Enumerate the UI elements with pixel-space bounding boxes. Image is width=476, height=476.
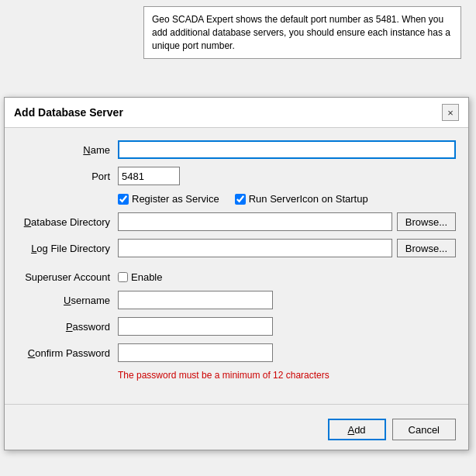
tooltip-popup: Geo SCADA Expert shows the default port … <box>143 6 461 59</box>
log-file-directory-label: Log File Directory <box>17 243 118 254</box>
superuser-enable-checkbox[interactable] <box>118 272 128 282</box>
password-label: Password <box>17 321 118 333</box>
superuser-account-label: Superuser Account <box>17 271 118 283</box>
username-row: Username <box>17 291 456 309</box>
register-service-label[interactable]: Register as Service <box>118 193 219 205</box>
cancel-button[interactable]: Cancel <box>392 419 456 440</box>
log-file-directory-input[interactable] <box>118 239 392 257</box>
password-warning: The password must be a minimum of 12 cha… <box>118 370 456 381</box>
dialog-title-bar: Add Database Server × <box>5 98 468 128</box>
database-directory-browse-button[interactable]: Browse... <box>397 212 456 231</box>
dialog-title: Add Database Server <box>14 106 123 119</box>
username-label: Username <box>17 295 118 306</box>
database-directory-label: Database Directory <box>17 216 118 228</box>
name-input[interactable] <box>118 140 456 159</box>
port-row: Port <box>17 167 456 185</box>
add-database-server-dialog: Add Database Server × Name Port Register… <box>4 97 469 450</box>
register-service-text: Register as Service <box>132 193 219 205</box>
add-button[interactable]: Add <box>328 419 386 440</box>
checkboxes-row: Register as Service Run ServerIcon on St… <box>118 193 456 205</box>
dialog-body: Name Port Register as Service Run Server… <box>5 128 468 396</box>
port-input[interactable] <box>118 167 180 185</box>
database-directory-row: Database Directory Browse... <box>17 212 456 231</box>
run-servericon-text: Run ServerIcon on Startup <box>249 193 368 205</box>
confirm-password-label: Confirm Password <box>17 347 118 359</box>
password-row: Password <box>17 317 456 336</box>
tooltip-text: Geo SCADA Expert shows the default port … <box>152 14 450 51</box>
name-label: Name <box>17 144 118 156</box>
superuser-account-row: Superuser Account Enable <box>17 271 456 283</box>
close-button[interactable]: × <box>442 104 459 121</box>
confirm-password-input[interactable] <box>118 343 273 362</box>
confirm-password-row: Confirm Password <box>17 343 456 362</box>
name-row: Name <box>17 140 456 159</box>
password-input[interactable] <box>118 317 273 336</box>
button-row: Add Cancel <box>5 412 468 450</box>
add-button-label: Add <box>347 424 365 436</box>
dialog-divider <box>5 404 468 405</box>
username-input[interactable] <box>118 291 273 309</box>
run-servericon-label[interactable]: Run ServerIcon on Startup <box>235 193 368 205</box>
database-directory-input[interactable] <box>118 212 392 231</box>
register-service-checkbox[interactable] <box>118 194 129 205</box>
port-label: Port <box>17 171 118 182</box>
enable-text: Enable <box>131 271 162 283</box>
log-file-directory-row: Log File Directory Browse... <box>17 239 456 257</box>
superuser-enable-label[interactable]: Enable <box>118 271 162 283</box>
log-file-directory-browse-button[interactable]: Browse... <box>397 239 456 257</box>
run-servericon-checkbox[interactable] <box>235 194 246 205</box>
